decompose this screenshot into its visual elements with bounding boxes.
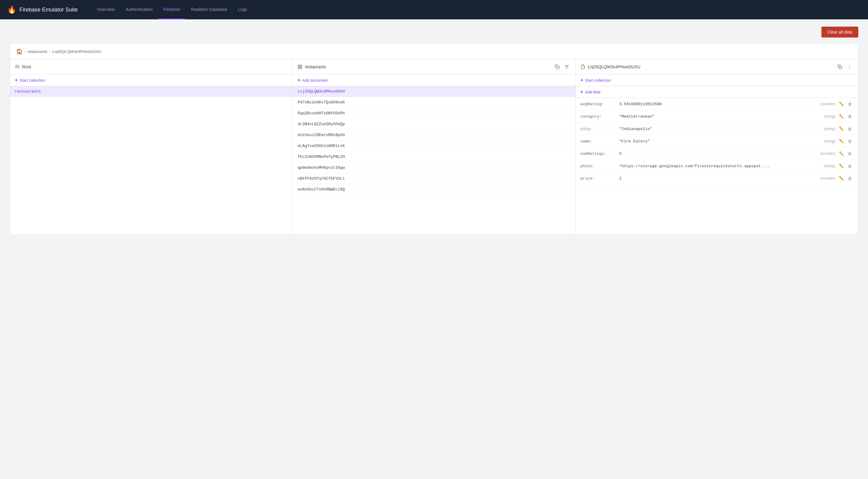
filter-collection-button[interactable] bbox=[563, 63, 570, 70]
edit-price-button[interactable]: ✏️ bbox=[838, 175, 845, 181]
svg-rect-0 bbox=[298, 65, 300, 67]
edit-category-button[interactable]: ✏️ bbox=[838, 113, 845, 119]
more-options-button[interactable] bbox=[846, 63, 853, 70]
nav-authentication[interactable]: Authentication bbox=[121, 0, 157, 19]
svg-rect-3 bbox=[301, 67, 302, 69]
list-item-wnr[interactable]: wnRoGUiCTv6hRBWELl9Q bbox=[293, 184, 575, 195]
svg-rect-1 bbox=[301, 65, 302, 67]
col-document-title: Lnj35QLQW3x4PHosOUXU bbox=[588, 64, 834, 69]
col-restaurants-actions bbox=[554, 63, 570, 70]
field-actions-photo: ✏️ 🗑 bbox=[838, 163, 853, 169]
col-root-header: Root bbox=[10, 59, 292, 74]
list-item-ela[interactable]: eLAgYxeSS6k2zWORiLcK bbox=[293, 141, 575, 151]
col-document: Lnj35QLQW3x4PHosOUXU bbox=[576, 59, 858, 235]
app-brand: 🔥 Firebase Emulator Suite bbox=[7, 5, 78, 14]
clear-all-data-button[interactable]: Clear all data bbox=[822, 27, 859, 37]
svg-point-9 bbox=[849, 65, 850, 66]
field-row-avgraating: avgRating: 3.5816899119913588 (number) ✏… bbox=[576, 98, 858, 110]
field-actions-category: ✏️ 🗑 bbox=[838, 113, 853, 119]
list-item-dl5[interactable]: dL5B4vLDZZubSRy5PeQp bbox=[293, 119, 575, 130]
field-value-numratings: 5 bbox=[619, 151, 818, 156]
delete-price-button[interactable]: 🗑 bbox=[846, 175, 853, 181]
delete-city-button[interactable]: 🗑 bbox=[846, 126, 853, 132]
columns: Root + Start collection restaurants bbox=[10, 59, 858, 235]
toolbar-row: Clear all data bbox=[10, 27, 858, 37]
nav-realtime-database[interactable]: Realtime Database bbox=[186, 0, 232, 19]
nav-firestore[interactable]: Firestore bbox=[159, 0, 185, 19]
topbar: 🔥 Firebase Emulator Suite Overview Authe… bbox=[0, 0, 868, 19]
list-item-rqq[interactable]: Rqq3DcuUdHTsOBfOSd5h bbox=[293, 108, 575, 119]
col-restaurants-header: restaurants bbox=[293, 59, 575, 74]
list-item-pd7[interactable]: Pd7oNz2eXKxTQsKO9va6 bbox=[293, 97, 575, 108]
edit-photo-button[interactable]: ✏️ bbox=[838, 163, 845, 169]
field-key-name: name: bbox=[581, 139, 617, 144]
col-root: Root + Start collection restaurants bbox=[10, 59, 293, 235]
add-document-button[interactable]: + Add document bbox=[293, 74, 575, 86]
svg-rect-2 bbox=[298, 67, 300, 69]
start-collection-root-button[interactable]: + Start collection bbox=[10, 74, 292, 86]
delete-avgrating-button[interactable]: 🗑 bbox=[846, 101, 853, 107]
delete-name-button[interactable]: 🗑 bbox=[846, 138, 853, 144]
breadcrumb-home-icon[interactable]: 🏠 bbox=[16, 48, 23, 55]
field-row-photo: photo: "https://storage.googleapis.com/f… bbox=[576, 160, 858, 172]
edit-city-button[interactable]: ✏️ bbox=[838, 126, 845, 132]
field-row-city: city: "Indianapolis" (string) ✏️ 🗑 bbox=[576, 123, 858, 135]
field-value-price: 1 bbox=[619, 176, 818, 181]
list-item-dnz[interactable]: dnZokuiZOEmrnMOcBpSO bbox=[293, 130, 575, 141]
delete-photo-button[interactable]: 🗑 bbox=[846, 163, 853, 169]
field-key-city: city: bbox=[581, 127, 617, 131]
firestore-panel: 🏠 › restaurants › Lnj35QLQW3x4PHosOUXU bbox=[10, 43, 858, 235]
app-title: Firebase Emulator Suite bbox=[19, 7, 78, 13]
field-type-avgrating: (number) bbox=[820, 102, 835, 106]
top-nav: Overview Authentication Firestore Realti… bbox=[92, 0, 252, 19]
edit-avgrating-button[interactable]: ✏️ bbox=[838, 101, 845, 107]
col-restaurants-title: restaurants bbox=[305, 64, 551, 69]
svg-point-11 bbox=[849, 68, 850, 68]
start-collection-document-button[interactable]: + Start collection bbox=[576, 74, 858, 86]
list-item-fec[interactable]: fEcZoNSVMNoPefyPBLZH bbox=[293, 151, 575, 162]
plus-icon-field: + bbox=[581, 89, 583, 95]
plus-icon: + bbox=[15, 77, 18, 83]
start-collection-document-label: Start collection bbox=[585, 78, 611, 82]
field-row-category: category: "Mediterranean" (string) ✏️ 🗑 bbox=[576, 110, 858, 123]
breadcrumb-sep-1: › bbox=[25, 49, 26, 54]
delete-numratings-button[interactable]: 🗑 bbox=[846, 150, 853, 157]
breadcrumb-document-id[interactable]: Lnj35QLQW3x4PHosOUXU bbox=[52, 49, 101, 54]
plus-icon-coll: + bbox=[581, 77, 583, 83]
list-item-restaurants[interactable]: restaurants bbox=[10, 86, 292, 97]
field-actions-avgrating: ✏️ 🗑 bbox=[838, 101, 853, 107]
list-item-lnj35[interactable]: Lnj35QLQW3x4PHosOUXU bbox=[293, 86, 575, 97]
field-actions-name: ✏️ 🗑 bbox=[838, 138, 853, 144]
field-type-price: (number) bbox=[820, 176, 835, 180]
field-row-numratings: numRatings: 5 (number) ✏️ 🗑 bbox=[576, 147, 858, 160]
svg-rect-8 bbox=[839, 66, 842, 69]
list-item-vbx[interactable]: vBXfFAzOfqYGCfbFVULl bbox=[293, 173, 575, 184]
field-type-photo: (string) bbox=[824, 164, 835, 168]
delete-category-button[interactable]: 🗑 bbox=[846, 113, 853, 119]
add-field-button[interactable]: + Add field bbox=[576, 86, 858, 98]
breadcrumb-sep-2: › bbox=[49, 49, 50, 54]
field-value-city: "Indianapolis" bbox=[619, 127, 822, 131]
document-icon bbox=[581, 64, 585, 70]
field-actions-numratings: ✏️ 🗑 bbox=[838, 150, 853, 157]
nav-overview[interactable]: Overview bbox=[92, 0, 120, 19]
field-value-name: "Fire Eatery" bbox=[619, 139, 822, 144]
edit-name-button[interactable]: ✏️ bbox=[838, 138, 845, 144]
col-root-title: Root bbox=[22, 64, 287, 69]
fire-icon: 🔥 bbox=[7, 5, 17, 14]
col-restaurants: restaurants bbox=[293, 59, 575, 235]
edit-numratings-button[interactable]: ✏️ bbox=[838, 150, 845, 157]
copy-collection-button[interactable] bbox=[554, 63, 561, 70]
add-document-label: Add document bbox=[302, 78, 328, 82]
breadcrumb: 🏠 › restaurants › Lnj35QLQW3x4PHosOUXU bbox=[10, 44, 858, 59]
field-key-avgrating: avgRating: bbox=[581, 102, 617, 106]
copy-document-button[interactable] bbox=[836, 63, 843, 70]
field-actions-price: ✏️ 🗑 bbox=[838, 175, 853, 181]
field-type-city: (string) bbox=[824, 127, 835, 131]
field-type-category: (string) bbox=[824, 114, 835, 118]
breadcrumb-restaurants[interactable]: restaurants bbox=[28, 49, 47, 54]
field-type-name: (string) bbox=[824, 139, 835, 143]
list-item-qp0[interactable]: qp0wXmohoMhKpnzt1Kgw bbox=[293, 162, 575, 173]
nav-logs[interactable]: Logs bbox=[233, 0, 252, 19]
plus-icon-doc: + bbox=[298, 77, 300, 83]
